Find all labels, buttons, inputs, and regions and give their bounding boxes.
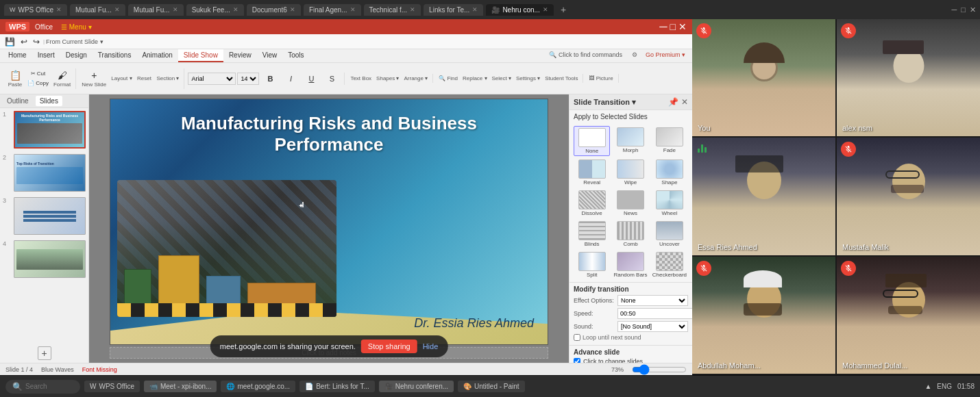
mute-icon-mohammed[interactable] <box>841 261 856 276</box>
tab-mutual2[interactable]: Mutual Fu... ✕ <box>128 4 184 16</box>
select-btn[interactable]: Select ▾ <box>490 74 513 83</box>
transition-dissolve[interactable]: Dissolve <box>574 189 610 218</box>
transition-fade[interactable]: Fade <box>651 126 688 156</box>
tab-sukuk[interactable]: Sukuk Fee... ✕ <box>186 4 244 16</box>
ribbon-home[interactable]: Home <box>3 49 32 62</box>
cut-btn[interactable]: ✂ Cut <box>25 69 51 78</box>
transition-morph[interactable]: Morph <box>612 126 648 156</box>
new-tab-button[interactable]: + <box>556 4 570 15</box>
replace-btn[interactable]: Replace ▾ <box>461 74 489 83</box>
taskbar-wps[interactable]: WWPS Office <box>84 381 140 392</box>
redo-btn[interactable]: ↪ <box>31 36 42 48</box>
section-btn[interactable]: Section ▾ <box>155 74 182 83</box>
transition-none[interactable]: None <box>574 126 610 156</box>
tray-up-icon[interactable]: ▲ <box>924 383 931 390</box>
wps-close[interactable]: ✕ <box>678 21 687 32</box>
slides-tab[interactable]: Slides <box>36 96 62 106</box>
stop-sharing-btn[interactable]: Stop sharing <box>361 340 417 353</box>
transition-close-icon[interactable]: ✕ <box>681 97 688 107</box>
taskbar-meet2[interactable]: 🌐meet.google.co... <box>221 381 295 392</box>
menu-btn[interactable]: ☰ Menu ▾ <box>61 23 92 31</box>
wps-minimize[interactable]: ─ <box>659 21 667 33</box>
format-btn[interactable]: 🖌Format <box>51 68 73 89</box>
browser-close[interactable]: ✕ <box>970 5 976 14</box>
ribbon-tools[interactable]: Tools <box>282 49 309 62</box>
slide-thumb-1[interactable]: 1 Manufacturing Risks and Business Perfo… <box>0 108 88 151</box>
tab-tech[interactable]: Technical f... ✕ <box>364 4 421 16</box>
slide-preview-1[interactable]: Manufacturing Risks and Business Perform… <box>14 111 86 149</box>
tab-mutual1[interactable]: Mutual Fu... ✕ <box>70 4 125 16</box>
zoom-slider[interactable] <box>632 366 687 373</box>
transition-uncover[interactable]: Uncover <box>651 220 688 248</box>
transition-reveal[interactable]: Reveal <box>574 158 610 187</box>
browser-maximize[interactable]: □ <box>961 5 966 14</box>
bold-btn[interactable]: B <box>260 73 280 84</box>
ribbon-animation[interactable]: Animation <box>136 49 177 62</box>
undo-btn[interactable]: ↩ <box>19 36 29 48</box>
copy-btn[interactable]: 📄 Copy <box>25 79 51 88</box>
transition-shape[interactable]: Shape <box>651 158 688 187</box>
arrange-btn[interactable]: Arrange ▾ <box>402 74 430 83</box>
taskbar-search-input[interactable] <box>25 383 73 390</box>
taskbar-nehru[interactable]: 🎥Nehru conferen... <box>379 381 454 392</box>
layout-btn[interactable]: Layout ▾ <box>109 74 134 83</box>
mute-icon-alex[interactable] <box>841 23 856 38</box>
taskbar-meet[interactable]: 📹Meet - xpi-ibon... <box>144 381 217 392</box>
font-size-select[interactable]: 14 <box>237 73 259 85</box>
transition-random[interactable]: Random Bars <box>612 251 648 279</box>
taskbar-bert[interactable]: 📄Bert: Links for T... <box>299 381 375 392</box>
transition-wipe[interactable]: Wipe <box>612 158 648 187</box>
transition-split[interactable]: Split <box>574 251 610 279</box>
tab-links[interactable]: Links for Te... ✕ <box>424 4 483 16</box>
slide-preview-4[interactable] <box>14 240 86 278</box>
mute-icon-you[interactable] <box>696 23 711 38</box>
picture-btn[interactable]: 🖼 Picture <box>587 74 615 83</box>
font-family-select[interactable]: Arial <box>188 73 236 85</box>
add-slide-btn[interactable]: + <box>0 344 88 363</box>
reset-btn[interactable]: Reset <box>135 74 154 83</box>
hide-btn[interactable]: Hide <box>423 342 439 350</box>
ribbon-view[interactable]: View <box>257 49 283 62</box>
paste-btn[interactable]: 📋Paste <box>5 68 25 89</box>
slide-title-area[interactable]: Manufacturing Risks and Business Perform… <box>110 113 548 155</box>
transition-blinds[interactable]: Blinds <box>574 220 610 248</box>
find-btn[interactable]: 🔍 Find <box>437 74 460 83</box>
transition-pin-icon[interactable]: 📌 <box>668 97 678 107</box>
ribbon-slideshow[interactable]: Slide Show <box>178 49 223 62</box>
tab-nehru[interactable]: 🎥 Nehru con... ✕ <box>486 4 553 16</box>
shapes-btn[interactable]: Shapes ▾ <box>374 74 401 83</box>
effect-select[interactable]: None <box>617 295 688 306</box>
tab-wps[interactable]: W WPS Office ✕ <box>4 4 67 16</box>
tab-doc6[interactable]: Document6 ✕ <box>247 4 301 16</box>
taskbar-search-box[interactable]: 🔍 <box>5 380 80 394</box>
mute-icon-abdullah[interactable] <box>696 261 711 276</box>
sound-select[interactable]: [No Sound] <box>617 321 688 332</box>
transition-news[interactable]: News <box>612 189 648 218</box>
settings-btn2[interactable]: Settings ▾ <box>514 74 542 83</box>
settings-btn[interactable]: ⚙ <box>628 49 641 62</box>
italic-btn[interactable]: I <box>281 73 300 84</box>
transition-wheel[interactable]: Wheel <box>651 189 688 218</box>
slide-preview-2[interactable]: Top Risks of Transition <box>14 154 86 192</box>
taskbar-paint[interactable]: 🎨Untitled - Paint <box>458 381 525 392</box>
outline-tab[interactable]: Outline <box>3 96 33 106</box>
loop-checkbox[interactable] <box>574 334 580 341</box>
save-btn[interactable]: 💾 <box>3 36 17 48</box>
slide-main[interactable]: Manufacturing Risks and Business Perform… <box>110 99 548 345</box>
tab-final[interactable]: Final Agen... ✕ <box>304 4 361 16</box>
textbox-btn[interactable]: Text Box <box>348 74 373 83</box>
slide-thumb-3[interactable]: 3 <box>0 194 88 238</box>
ribbon-review[interactable]: Review <box>223 49 257 62</box>
student-tools-btn[interactable]: Student Tools <box>543 74 580 83</box>
strikethrough-btn[interactable]: S <box>322 73 341 84</box>
slide-thumb-4[interactable]: 4 <box>0 238 88 281</box>
slide-preview-3[interactable] <box>14 197 86 235</box>
click-change-cb[interactable] <box>574 358 580 363</box>
underline-btn[interactable]: U <box>302 73 321 84</box>
wps-maximize[interactable]: □ <box>670 21 676 32</box>
ribbon-design[interactable]: Design <box>60 49 93 62</box>
find-commands[interactable]: 🔍 Click to find commands <box>543 49 628 62</box>
ribbon-insert[interactable]: Insert <box>32 49 60 62</box>
ribbon-transitions[interactable]: Transitions <box>93 49 137 62</box>
new-slide-btn[interactable]: +New Slide <box>79 68 108 89</box>
